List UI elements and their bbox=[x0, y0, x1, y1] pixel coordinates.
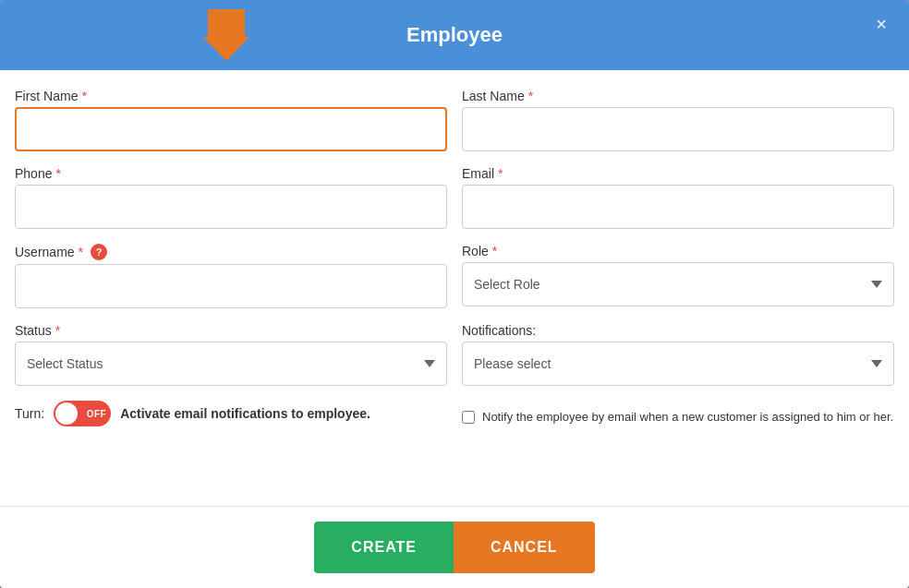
modal-header: Employee × bbox=[0, 0, 909, 70]
email-required: * bbox=[498, 166, 503, 181]
status-select[interactable]: Select Status bbox=[15, 342, 447, 386]
toggle-description: Activate email notifications to employee… bbox=[120, 406, 370, 421]
arrow-down-indicator bbox=[203, 9, 249, 65]
username-role-row: Username* ? Role* Select Role bbox=[15, 244, 894, 308]
phone-required: * bbox=[55, 166, 60, 181]
role-group: Role* Select Role bbox=[462, 244, 894, 308]
first-name-input[interactable] bbox=[15, 107, 447, 151]
first-name-group: First Name* bbox=[15, 89, 447, 151]
name-row: First Name* Last Name* bbox=[15, 89, 894, 151]
role-required: * bbox=[492, 244, 497, 258]
username-required: * bbox=[79, 245, 83, 259]
modal-body: First Name* Last Name* Phone* bbox=[0, 70, 909, 506]
last-name-group: Last Name* bbox=[462, 89, 894, 151]
toggle-knob bbox=[55, 402, 78, 425]
status-group: Status* Select Status bbox=[15, 323, 447, 386]
notify-checkbox-area: Notify the employee by email when a new … bbox=[462, 401, 894, 426]
last-name-label: Last Name* bbox=[462, 89, 894, 103]
help-icon[interactable]: ? bbox=[91, 244, 107, 260]
notifications-group: Notifications: Please select bbox=[462, 323, 894, 386]
modal: Employee × First Name* Last Name* bbox=[0, 0, 909, 588]
email-label: Email* bbox=[462, 166, 894, 181]
modal-title: Employee bbox=[406, 23, 503, 47]
phone-label: Phone* bbox=[15, 166, 447, 181]
username-input[interactable] bbox=[15, 264, 447, 308]
toggle-prefix-label: Turn: bbox=[15, 406, 44, 421]
svg-marker-0 bbox=[203, 9, 249, 61]
modal-overlay: Employee × First Name* Last Name* bbox=[0, 0, 909, 588]
last-name-input[interactable] bbox=[462, 107, 894, 151]
cancel-button[interactable]: CANCEL bbox=[454, 522, 595, 573]
first-name-required: * bbox=[81, 89, 86, 103]
toggle-checkbox-row: Turn: OFF Activate email notifications t… bbox=[15, 401, 894, 426]
contact-row: Phone* Email* bbox=[15, 166, 894, 229]
email-input[interactable] bbox=[462, 185, 894, 229]
create-button[interactable]: CREATE bbox=[314, 522, 454, 573]
notify-checkbox[interactable] bbox=[462, 411, 475, 424]
toggle-state-text: OFF bbox=[87, 409, 107, 419]
toggle-area: Turn: OFF Activate email notifications t… bbox=[15, 401, 447, 426]
email-group: Email* bbox=[462, 166, 894, 229]
phone-input[interactable] bbox=[15, 185, 447, 229]
username-group: Username* ? bbox=[15, 244, 447, 308]
first-name-label: First Name* bbox=[15, 89, 447, 103]
close-button[interactable]: × bbox=[868, 11, 894, 37]
username-label: Username* ? bbox=[15, 244, 447, 260]
notify-checkbox-label: Notify the employee by email when a new … bbox=[482, 408, 893, 426]
status-label: Status* bbox=[15, 323, 447, 338]
phone-group: Phone* bbox=[15, 166, 447, 229]
role-label: Role* bbox=[462, 244, 894, 258]
notifications-label: Notifications: bbox=[462, 323, 894, 338]
toggle-switch[interactable]: OFF bbox=[54, 401, 111, 426]
role-select[interactable]: Select Role bbox=[462, 262, 894, 306]
modal-footer: CREATE CANCEL bbox=[0, 506, 909, 588]
status-notifications-row: Status* Select Status Notifications: Ple… bbox=[15, 323, 894, 386]
status-required: * bbox=[55, 323, 60, 338]
last-name-required: * bbox=[528, 89, 533, 103]
notifications-select[interactable]: Please select bbox=[462, 342, 894, 386]
